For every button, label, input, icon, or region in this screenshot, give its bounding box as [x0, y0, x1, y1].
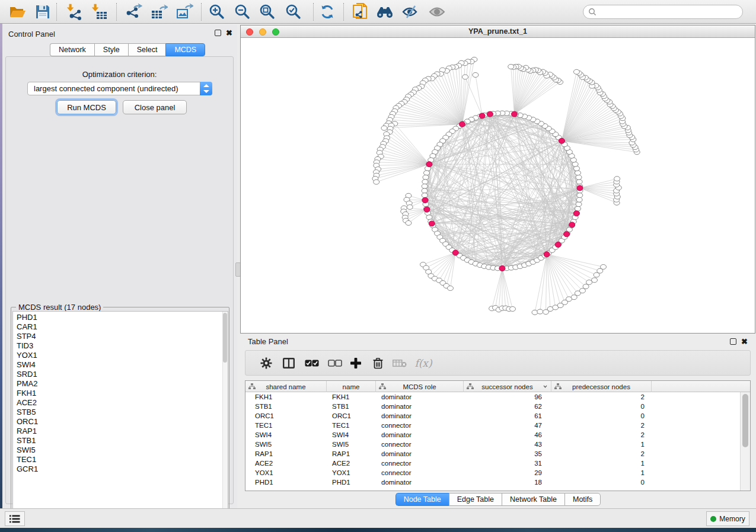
memory-button[interactable]: Memory	[706, 511, 749, 526]
toolbar-separator	[313, 3, 314, 21]
column-header-MCDS-role[interactable]: MCDS role	[376, 381, 464, 392]
result-node-label[interactable]: PMA2	[17, 379, 228, 389]
tab-select[interactable]: Select	[128, 43, 166, 56]
table-row[interactable]: RAP1RAP1dominator352	[245, 449, 740, 459]
memory-status-icon	[710, 516, 716, 522]
run-mcds-button[interactable]: Run MCDS	[57, 100, 116, 114]
result-node-label[interactable]: TID3	[17, 341, 228, 351]
export-table-icon[interactable]	[149, 4, 168, 20]
zoom-out-icon[interactable]	[232, 4, 251, 20]
result-node-label[interactable]: RAP1	[17, 427, 228, 436]
result-node-label[interactable]: PHD1	[17, 313, 228, 322]
select-all-icon[interactable]	[303, 355, 321, 371]
column-header-shared-name[interactable]: shared name	[245, 381, 327, 392]
result-node-label[interactable]: SRD1	[17, 370, 228, 379]
mcds-result-list[interactable]: PHD1CAR1STP4TID3YOX1SWI4SRD1PMA2FKH1ACE2…	[12, 311, 228, 525]
table-row[interactable]: SWI4SWI4dominator462	[245, 430, 740, 440]
save-session-icon[interactable]	[33, 4, 52, 20]
main-toolbar	[0, 0, 756, 24]
cell-shared_name: ACE2	[245, 459, 327, 468]
column-header-name[interactable]: name	[327, 381, 376, 392]
tab-motifs[interactable]: Motifs	[564, 493, 601, 506]
desktop-wallpaper-bottom	[0, 528, 756, 532]
result-node-label[interactable]: ACE2	[17, 398, 228, 408]
cell-shared_name: SWI4	[245, 430, 327, 440]
search-network-icon[interactable]	[375, 4, 394, 20]
refresh-icon[interactable]	[318, 4, 337, 20]
table-scrollbar[interactable]	[740, 392, 750, 491]
result-node-label[interactable]: SWI4	[17, 360, 228, 370]
float-table-panel-icon[interactable]	[730, 338, 736, 345]
columns-icon[interactable]	[281, 355, 296, 371]
import-network-icon[interactable]	[65, 4, 84, 20]
close-panel-icon[interactable]: ✖	[226, 30, 232, 36]
result-node-label[interactable]: TEC1	[17, 455, 228, 464]
export-image-icon[interactable]	[175, 4, 194, 20]
column-label: successor nodes	[481, 383, 532, 390]
result-node-label[interactable]: GCR1	[17, 464, 228, 474]
table-panel: Table Panel ✖	[240, 334, 756, 508]
search-icon	[588, 8, 596, 16]
table-row[interactable]: SWI5SWI5connector431	[245, 440, 740, 449]
delete-icon[interactable]	[370, 355, 385, 371]
cell-name: FKH1	[327, 392, 376, 402]
result-node-label[interactable]: STB1	[17, 436, 228, 446]
zoom-fit-icon[interactable]	[257, 4, 276, 20]
result-node-label[interactable]: SWI5	[17, 446, 228, 455]
result-node-label[interactable]: STP4	[17, 332, 228, 341]
table-row[interactable]: YOX1YOX1connector291	[245, 468, 740, 477]
task-history-button[interactable]	[5, 511, 25, 526]
table-row[interactable]: STB1STB1dominator620	[245, 402, 740, 411]
show-all-icon[interactable]	[428, 4, 446, 20]
gear-icon[interactable]	[259, 355, 274, 371]
tab-network[interactable]: Network	[50, 43, 94, 56]
tab-mcds[interactable]: MCDS	[165, 43, 205, 56]
table-row[interactable]: TEC1TEC1connector472	[245, 421, 740, 430]
tab-style[interactable]: Style	[94, 43, 128, 56]
network-graph[interactable]	[241, 38, 755, 333]
result-node-label[interactable]: STB5	[17, 408, 228, 417]
cell-mcds_role: dominator	[376, 402, 464, 411]
close-panel-button[interactable]: Close panel	[123, 100, 187, 114]
list-icon	[9, 515, 20, 523]
cell-mcds_role: dominator	[376, 392, 464, 402]
table-row[interactable]: ORC1ORC1dominator610	[245, 411, 740, 421]
table-row[interactable]: PHD1PHD1dominator180	[245, 477, 740, 487]
close-table-panel-icon[interactable]: ✖	[741, 338, 748, 345]
zoom-selected-icon[interactable]	[283, 4, 302, 20]
search-box[interactable]	[583, 5, 743, 19]
open-file-icon[interactable]	[8, 4, 27, 20]
result-node-label[interactable]: YOX1	[17, 351, 228, 360]
cell-mcds_role: dominator	[376, 449, 464, 459]
deselect-all-icon[interactable]	[326, 355, 344, 371]
zoom-in-icon[interactable]	[207, 4, 226, 20]
optimization-criterion-select[interactable]: largest connected component (undirected)	[27, 82, 212, 95]
result-scrollbar[interactable]	[222, 312, 228, 524]
search-input[interactable]	[596, 8, 727, 16]
table-row[interactable]: FKH1FKH1dominator962	[245, 392, 740, 402]
node-table-header: shared namenameMCDS rolesuccessor nodesp…	[245, 381, 750, 392]
tab-network-table[interactable]: Network Table	[502, 493, 564, 506]
export-network-icon[interactable]	[124, 4, 143, 20]
share-document-icon[interactable]	[350, 4, 369, 20]
hide-selected-icon[interactable]	[401, 4, 420, 20]
cell-predecessor_nodes: 2	[551, 449, 652, 459]
network-window-titlebar[interactable]: YPA_prune.txt_1	[241, 25, 755, 38]
cell-shared_name: SWI5	[245, 440, 327, 449]
result-node-label[interactable]: ORC1	[17, 417, 228, 427]
tab-edge-table[interactable]: Edge Table	[449, 493, 502, 506]
column-header-predecessor-nodes[interactable]: predecessor nodes	[551, 381, 652, 392]
optimization-criterion-label: Optimization criterion:	[6, 70, 233, 79]
import-table-icon[interactable]	[90, 4, 109, 20]
table-row[interactable]: ACE2ACE2connector311	[245, 459, 740, 468]
node-table-body[interactable]: FKH1FKH1dominator962STB1STB1dominator620…	[245, 392, 740, 491]
column-header-successor-nodes[interactable]: successor nodes	[464, 381, 551, 392]
cell-predecessor_nodes: 0	[551, 477, 652, 487]
result-node-label[interactable]: CAR1	[17, 322, 228, 332]
add-icon[interactable]	[348, 355, 363, 371]
result-node-label[interactable]: FKH1	[17, 389, 228, 398]
cell-shared_name: PHD1	[245, 477, 327, 487]
float-panel-icon[interactable]	[215, 30, 221, 36]
tab-node-table[interactable]: Node Table	[395, 493, 449, 506]
cell-name: SWI4	[327, 430, 376, 440]
